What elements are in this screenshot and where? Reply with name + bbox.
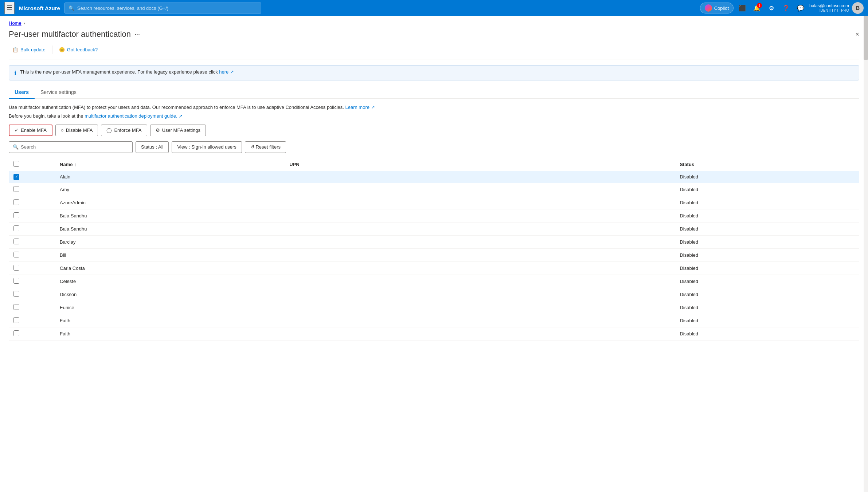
status-filter-button[interactable]: Status : All: [136, 141, 169, 153]
guide-text: Before you begin, take a look at the mul…: [9, 113, 859, 119]
table-row[interactable]: AzureAdminDisabled: [9, 196, 859, 209]
help-button[interactable]: ❓: [780, 2, 792, 14]
row-upn: [285, 183, 675, 196]
select-all-checkbox[interactable]: [13, 161, 19, 167]
row-checkbox-cell[interactable]: ✓: [9, 171, 56, 183]
user-mfa-settings-label: User MFA settings: [162, 127, 200, 133]
breadcrumb-home[interactable]: Home: [9, 20, 21, 26]
close-button[interactable]: ×: [855, 31, 859, 38]
tab-users[interactable]: Users: [9, 86, 35, 99]
notifications-button[interactable]: 🔔 1: [751, 2, 763, 14]
enforce-mfa-button[interactable]: ◯ Enforce MFA: [101, 125, 147, 136]
row-checkbox-cell[interactable]: [9, 314, 56, 327]
row-checkbox-cell[interactable]: [9, 209, 56, 222]
content-wrapper: Home › Per-user multifactor authenticati…: [0, 16, 868, 492]
row-checkbox[interactable]: [13, 252, 19, 257]
row-upn: [285, 327, 675, 340]
learn-more-link[interactable]: Learn more ↗: [345, 105, 375, 110]
enable-mfa-icon: ✓: [15, 127, 19, 133]
checked-checkbox[interactable]: ✓: [13, 174, 19, 180]
row-checkbox[interactable]: [13, 199, 19, 205]
th-upn[interactable]: UPN: [285, 158, 675, 171]
table-row[interactable]: CelesteDisabled: [9, 275, 859, 288]
row-checkbox[interactable]: [13, 291, 19, 297]
user-search-input[interactable]: [21, 144, 129, 150]
settings-button[interactable]: ⚙: [766, 2, 777, 14]
row-checkbox[interactable]: [13, 225, 19, 231]
gear-icon: ⚙: [769, 5, 774, 12]
scrollbar-thumb[interactable]: [864, 16, 868, 60]
search-box-container[interactable]: 🔍: [64, 3, 261, 13]
row-checkbox-cell[interactable]: [9, 301, 56, 314]
row-name: Alain: [55, 171, 285, 183]
table-row[interactable]: ✓AlainDisabled: [9, 171, 859, 183]
feedback-button[interactable]: 💬: [795, 2, 806, 14]
table-row[interactable]: Bala SandhuDisabled: [9, 222, 859, 235]
row-checkbox[interactable]: [13, 330, 19, 336]
main-content: Home › Per-user multifactor authenticati…: [0, 16, 868, 345]
row-checkbox[interactable]: [13, 239, 19, 244]
table-row[interactable]: FaithDisabled: [9, 314, 859, 327]
enable-mfa-button[interactable]: ✓ Enable MFA: [9, 125, 52, 136]
cloud-shell-button[interactable]: ⬛: [736, 2, 748, 14]
user-info[interactable]: balas@contoso.com IDENTITY IT PRO B: [809, 2, 864, 14]
row-upn: [285, 261, 675, 275]
user-mfa-settings-button[interactable]: ⚙ User MFA settings: [150, 125, 206, 136]
breadcrumb: Home ›: [9, 20, 859, 26]
row-checkbox[interactable]: [13, 186, 19, 192]
view-filter-button[interactable]: View : Sign-in allowed users: [172, 141, 242, 153]
bulk-update-icon: 📋: [12, 47, 18, 52]
table-row[interactable]: DicksonDisabled: [9, 288, 859, 301]
info-text: This is the new per-user MFA management …: [20, 69, 234, 75]
row-upn: [285, 196, 675, 209]
row-checkbox-cell[interactable]: [9, 327, 56, 340]
row-checkbox-cell[interactable]: [9, 196, 56, 209]
disable-mfa-button[interactable]: ○ Disable MFA: [55, 125, 98, 136]
row-checkbox-cell[interactable]: [9, 235, 56, 248]
page-title: Per-user multifactor authentication: [9, 29, 131, 39]
notification-badge: 1: [757, 3, 762, 8]
user-avatar[interactable]: B: [852, 2, 864, 14]
bulk-update-button[interactable]: 📋 Bulk update: [9, 45, 49, 55]
reset-filters-button[interactable]: ↺ Reset filters: [245, 141, 286, 153]
row-checkbox[interactable]: [13, 278, 19, 284]
row-checkbox[interactable]: [13, 304, 19, 310]
row-name: Bala Sandhu: [55, 209, 285, 222]
table-row[interactable]: EuniceDisabled: [9, 301, 859, 314]
global-search-input[interactable]: [77, 5, 257, 11]
search-box[interactable]: 🔍: [9, 141, 133, 153]
disable-mfa-label: Disable MFA: [66, 127, 93, 133]
got-feedback-button[interactable]: 😊 Got feedback?: [55, 45, 102, 55]
legacy-link[interactable]: here ↗: [219, 69, 234, 75]
scrollbar-track[interactable]: [864, 16, 868, 492]
page-more-button[interactable]: ···: [134, 31, 140, 38]
search-filter-bar: 🔍 Status : All View : Sign-in allowed us…: [9, 141, 859, 153]
user-mfa-settings-icon: ⚙: [156, 127, 160, 133]
row-checkbox[interactable]: [13, 265, 19, 271]
toolbar: 📋 Bulk update 😊 Got feedback?: [9, 45, 859, 59]
table-row[interactable]: BillDisabled: [9, 248, 859, 261]
feedback-face-icon: 😊: [59, 47, 65, 52]
row-checkbox-cell[interactable]: [9, 275, 56, 288]
row-checkbox-cell[interactable]: [9, 248, 56, 261]
row-checkbox-cell[interactable]: [9, 261, 56, 275]
row-checkbox-cell[interactable]: [9, 183, 56, 196]
table-row[interactable]: FaithDisabled: [9, 327, 859, 340]
tab-service-settings[interactable]: Service settings: [35, 86, 82, 99]
th-status[interactable]: Status: [675, 158, 859, 171]
row-checkbox[interactable]: [13, 212, 19, 218]
table-row[interactable]: BarclayDisabled: [9, 235, 859, 248]
user-role: IDENTITY IT PRO: [809, 8, 849, 13]
search-icon: 🔍: [13, 144, 19, 150]
row-status: Disabled: [675, 327, 859, 340]
row-checkbox-cell[interactable]: [9, 288, 56, 301]
th-name[interactable]: Name ↑: [55, 158, 285, 171]
row-checkbox-cell[interactable]: [9, 222, 56, 235]
hamburger-button[interactable]: ☰: [4, 2, 15, 14]
row-checkbox[interactable]: [13, 317, 19, 323]
table-row[interactable]: Bala SandhuDisabled: [9, 209, 859, 222]
table-row[interactable]: AmyDisabled: [9, 183, 859, 196]
table-row[interactable]: Carla CostaDisabled: [9, 261, 859, 275]
deployment-guide-link[interactable]: multifactor authentication deployment gu…: [85, 113, 183, 119]
copilot-button[interactable]: Copilot: [700, 3, 734, 13]
